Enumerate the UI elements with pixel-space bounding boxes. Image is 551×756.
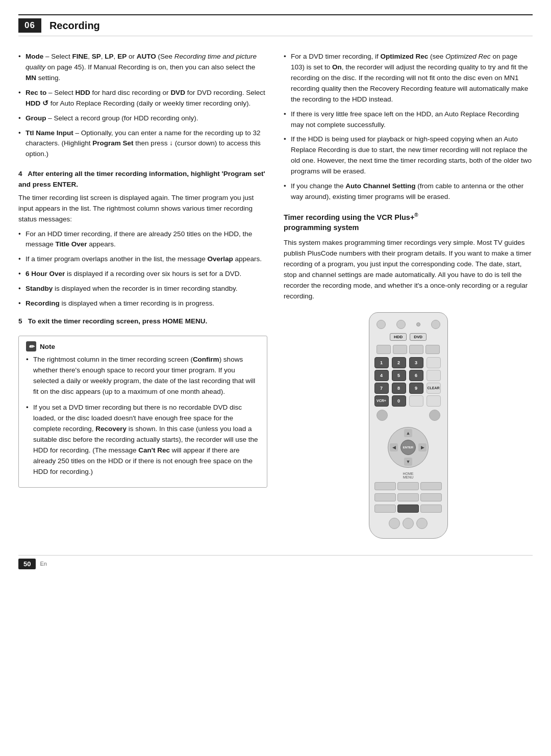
remote-btn-4[interactable]: 4 [374, 370, 389, 381]
list-item: For an HDD timer recording, if there are… [18, 229, 267, 250]
remote-wide-btn7[interactable] [374, 505, 396, 513]
remote-wide-btn3[interactable] [420, 482, 442, 490]
enter-button[interactable]: ENTER [400, 440, 416, 455]
remote-control: HDD DVD 1 2 3 4 5 [369, 312, 448, 539]
note-list: The rightmost column in the timer record… [26, 355, 260, 477]
note-label: Note [40, 343, 55, 350]
right-bullets-list: For a DVD timer recording, if Optimized … [284, 52, 533, 203]
remote-btn-9[interactable]: 9 [409, 383, 423, 394]
remote-side-circles [374, 410, 442, 421]
remote-btn-blank2 [427, 370, 441, 381]
remote-wide-row2 [374, 493, 442, 501]
left-column: Mode – Select FINE, SP, LP, EP or AUTO (… [18, 52, 267, 539]
remote-btn-2[interactable]: 2 [392, 357, 406, 368]
remote-btn-blank3 [409, 395, 423, 407]
list-item: If a timer program overlaps another in t… [18, 254, 267, 265]
remote-btn-3[interactable]: 3 [409, 357, 423, 368]
step5-heading: 5 To exit the timer recording screen, pr… [18, 316, 267, 326]
list-item: Standby is displayed when the recorder i… [18, 284, 267, 294]
remote-btn-vcrplus[interactable]: VCR+ [374, 395, 389, 407]
remote-light-row1 [374, 345, 442, 354]
list-item: Mode – Select FINE, SP, LP, EP or AUTO (… [18, 52, 267, 84]
right-column: For a DVD timer recording, if Optimized … [284, 52, 533, 539]
list-item: Rec to – Select HDD for hard disc record… [18, 88, 267, 109]
remote-btn-8[interactable]: 8 [392, 383, 406, 394]
list-item: 6 Hour Over is displayed if a recording … [18, 269, 267, 280]
page-number: 50 [18, 559, 36, 569]
remote-top-circle-right [431, 320, 440, 329]
nav-down-arrow[interactable]: ▼ [404, 458, 412, 466]
nav-right-arrow[interactable]: ▶ [418, 443, 427, 451]
remote-wide-btn4[interactable] [374, 493, 396, 501]
remote-light-btn [425, 345, 440, 354]
remote-btn-1[interactable]: 1 [374, 357, 389, 368]
remote-btn-7[interactable]: 7 [374, 383, 389, 394]
list-item: If you set a DVD timer recording but the… [26, 402, 260, 477]
remote-bottom-circle-left [389, 518, 400, 529]
remote-wide-btn6[interactable] [420, 493, 442, 501]
remote-nav-ring: ▲ ▼ ◀ ▶ ENTER [388, 427, 429, 468]
nav-up-arrow[interactable]: ▲ [404, 429, 412, 437]
section-body: This system makes programming timer reco… [284, 238, 533, 302]
remote-top-circle-left [377, 320, 386, 329]
dvd-button[interactable]: DVD [410, 333, 427, 341]
settings-list: Mode – Select FINE, SP, LP, EP or AUTO (… [18, 52, 267, 160]
remote-btn-blank1 [427, 357, 441, 368]
remote-wide-btn2[interactable] [397, 482, 419, 490]
remote-side-circle-right [429, 410, 440, 421]
list-item: The rightmost column in the timer record… [26, 355, 260, 397]
remote-dark-btn-mid[interactable] [397, 505, 419, 513]
remote-hdd-dvd-row: HDD DVD [374, 333, 442, 341]
page-header: 06 Recording [18, 14, 533, 36]
remote-top-row [374, 320, 442, 329]
list-item: Ttl Name Input – Optionally, you can ent… [18, 128, 267, 160]
remote-btn-clear[interactable]: CLEAR [427, 383, 441, 394]
page-lang: En [40, 561, 46, 567]
nav-left-arrow[interactable]: ◀ [390, 443, 398, 451]
main-content: Mode – Select FINE, SP, LP, EP or AUTO (… [18, 52, 533, 539]
section-heading: Timer recording using the VCR Plus+®prog… [284, 212, 533, 233]
home-menu-label: HOMEMENU [403, 472, 414, 479]
list-item: If the HDD is being used for playback or… [284, 134, 533, 177]
remote-top-dot [416, 322, 420, 326]
remote-light-btn [377, 345, 391, 354]
remote-wide-row3 [374, 505, 442, 513]
remote-bottom-circles [389, 518, 428, 529]
note-icon: ✏ [26, 341, 36, 351]
page-footer: 50 En [18, 555, 533, 569]
remote-side-circle-left [377, 410, 388, 421]
hdd-button[interactable]: HDD [390, 333, 407, 341]
note-header: ✏ Note [26, 341, 260, 351]
list-item: Group – Select a record group (for HDD r… [18, 113, 267, 124]
remote-bottom-circle-right [416, 518, 428, 529]
remote-top-circle-mid [396, 320, 406, 329]
list-item: If you change the Auto Channel Setting (… [284, 181, 533, 203]
remote-light-btn [409, 345, 423, 354]
remote-wide-btn5[interactable] [397, 493, 419, 501]
list-item: For a DVD timer recording, if Optimized … [284, 52, 533, 105]
remote-btn-0[interactable]: 0 [392, 395, 406, 407]
chapter-title: Recording [49, 20, 100, 32]
note-box: ✏ Note The rightmost column in the timer… [18, 336, 267, 488]
list-item: Recording is displayed when a timer reco… [18, 298, 267, 309]
remote-btn-blank4 [427, 395, 441, 407]
remote-wide-row1 [374, 482, 442, 490]
remote-numpad: 1 2 3 4 5 6 7 8 9 CLEAR VCR+ 0 [374, 357, 442, 407]
status-messages-list: For an HDD timer recording, if there are… [18, 229, 267, 310]
chapter-number: 06 [18, 18, 41, 33]
remote-side-spacer [403, 410, 414, 421]
remote-wide-btn1[interactable] [374, 482, 396, 490]
remote-light-btn [393, 345, 407, 354]
remote-bottom-circle-mid [403, 518, 414, 529]
step4-body: The timer recording list screen is displ… [18, 193, 267, 225]
remote-btn-5[interactable]: 5 [392, 370, 406, 381]
remote-wide-btn9[interactable] [420, 505, 442, 513]
list-item: If there is very little free space left … [284, 109, 533, 131]
remote-illustration: HDD DVD 1 2 3 4 5 [284, 312, 533, 539]
remote-btn-6[interactable]: 6 [409, 370, 423, 381]
step4-heading: 4 After entering all the timer recording… [18, 169, 267, 190]
